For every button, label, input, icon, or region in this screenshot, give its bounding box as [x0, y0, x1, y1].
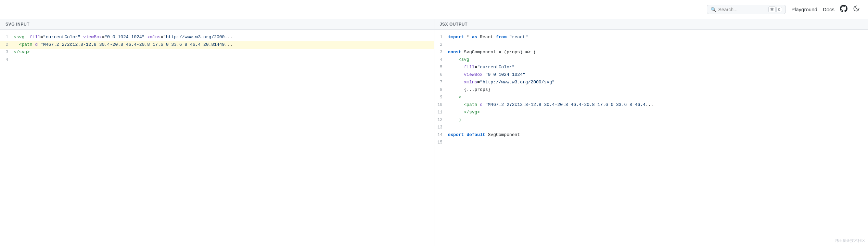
line-content: )	[448, 117, 868, 124]
code-token	[448, 65, 464, 70]
svg-input-editor[interactable]: 1<svg fill="currentColor" viewBox="0 0 1…	[0, 30, 434, 246]
github-icon[interactable]	[840, 5, 847, 14]
code-token	[448, 80, 464, 85]
line-number: 4	[0, 56, 14, 63]
line-content: export default SvgComponent	[448, 132, 868, 139]
search-input[interactable]	[718, 7, 766, 12]
table-row: 14export default SvgComponent	[434, 132, 868, 139]
line-number: 1	[434, 34, 448, 41]
code-token: "react"	[509, 35, 528, 40]
code-token	[448, 57, 459, 62]
line-number: 10	[434, 101, 448, 108]
code-token: =	[483, 102, 485, 107]
code-token: *	[464, 35, 472, 40]
docs-link[interactable]: Docs	[823, 6, 834, 12]
line-content: <path d="M467.2 272c12.8-12.8 30.4-20.8 …	[448, 101, 868, 109]
code-token	[80, 35, 83, 40]
code-token	[448, 102, 464, 107]
playground-link[interactable]: Playground	[791, 6, 817, 12]
table-row: 1<svg fill="currentColor" viewBox="0 0 1…	[0, 34, 434, 41]
line-content: >	[448, 94, 868, 101]
code-token	[477, 102, 480, 107]
code-token: "0 0 1024 1024"	[485, 72, 525, 77]
line-number: 4	[434, 56, 448, 63]
code-token: fill	[464, 65, 474, 70]
keyboard-shortcut-hint: ⌘ K	[768, 6, 782, 12]
line-content	[448, 124, 868, 131]
line-content: <svg	[448, 56, 868, 64]
code-token: </svg>	[464, 110, 480, 115]
code-token: SvgComponent = (props) => (	[461, 50, 536, 55]
code-token: xmlns	[147, 35, 161, 40]
line-number: 3	[0, 49, 14, 56]
line-number: 2	[434, 41, 448, 48]
code-token	[24, 35, 30, 40]
theme-toggle-icon[interactable]	[853, 5, 860, 14]
line-number: 7	[434, 79, 448, 86]
code-token: d	[480, 102, 483, 107]
code-token: "currentColor"	[43, 35, 80, 40]
line-number: 9	[434, 94, 448, 101]
line-content: xmlns="http://www.w3.org/2000/svg"	[448, 79, 868, 86]
line-content: const SvgComponent = (props) => (	[448, 49, 868, 56]
table-row: 2 <path d="M467.2 272c12.8-12.8 30.4-20.…	[0, 41, 434, 49]
table-row: 12 )	[434, 117, 868, 124]
code-token: from	[496, 35, 507, 40]
table-row: 1import * as React from "react"	[434, 34, 868, 41]
code-token: {...props}	[464, 87, 490, 92]
table-row: 4 <svg	[434, 56, 868, 64]
code-token: default	[467, 132, 485, 137]
line-number: 14	[434, 132, 448, 138]
code-token: =	[483, 72, 485, 77]
code-token: ...	[225, 35, 232, 40]
line-number: 11	[434, 109, 448, 116]
line-number: 15	[434, 139, 448, 146]
code-token: xmlns	[464, 80, 477, 85]
line-number: 3	[434, 49, 448, 56]
code-token: "currentColor"	[477, 65, 514, 70]
code-token: ...	[646, 102, 653, 107]
code-token: "0 0 1024 1024"	[104, 35, 144, 40]
code-token: viewBox	[464, 72, 483, 77]
table-row: 8 {...props}	[434, 86, 868, 94]
kbd-k: K	[776, 7, 782, 12]
code-token: =	[38, 42, 40, 47]
table-row: 4	[0, 56, 434, 64]
code-token: import	[448, 35, 464, 40]
code-token: "http://www.w3.org/2000/svg"	[480, 80, 554, 85]
line-content: viewBox="0 0 1024 1024"	[448, 71, 868, 79]
code-token: ...	[225, 42, 232, 47]
kbd-cmd: ⌘	[768, 6, 776, 12]
code-token	[448, 95, 459, 100]
line-number: 6	[434, 71, 448, 78]
table-row: 3</svg>	[0, 49, 434, 56]
code-token: </svg>	[14, 50, 30, 55]
line-content: <svg fill="currentColor" viewBox="0 0 10…	[14, 34, 434, 41]
search-box[interactable]: 🔍 ⌘ K	[707, 5, 786, 14]
line-content: import * as React from "react"	[448, 34, 868, 41]
code-token: =	[477, 80, 480, 85]
table-row: 3const SvgComponent = (props) => (	[434, 49, 868, 56]
code-token: >	[459, 95, 461, 100]
code-token: const	[448, 50, 461, 55]
svg-input-panel: SVG INPUT 1<svg fill="currentColor" view…	[0, 19, 434, 246]
code-token: "M467.2 272c12.8-12.8 30.4-20.8 46.4-20.…	[40, 42, 225, 47]
line-content: {...props}	[448, 86, 868, 94]
code-token	[448, 110, 464, 115]
code-token	[448, 72, 464, 77]
line-content: </svg>	[14, 49, 434, 56]
table-row: 2	[434, 41, 868, 49]
code-token: <path	[464, 102, 477, 107]
code-token: )	[459, 117, 461, 122]
table-row: 6 viewBox="0 0 1024 1024"	[434, 71, 868, 79]
code-token	[464, 132, 467, 137]
code-token: <svg	[14, 35, 24, 40]
line-number: 12	[434, 117, 448, 123]
line-number: 1	[0, 34, 14, 41]
table-row: 9 >	[434, 94, 868, 101]
header: 🔍 ⌘ K Playground Docs	[0, 0, 868, 19]
code-token	[448, 117, 459, 122]
table-row: 13	[434, 124, 868, 132]
code-token: as	[472, 35, 477, 40]
jsx-output-panel: JSX OUTPUT 1import * as React from "reac…	[434, 19, 868, 246]
